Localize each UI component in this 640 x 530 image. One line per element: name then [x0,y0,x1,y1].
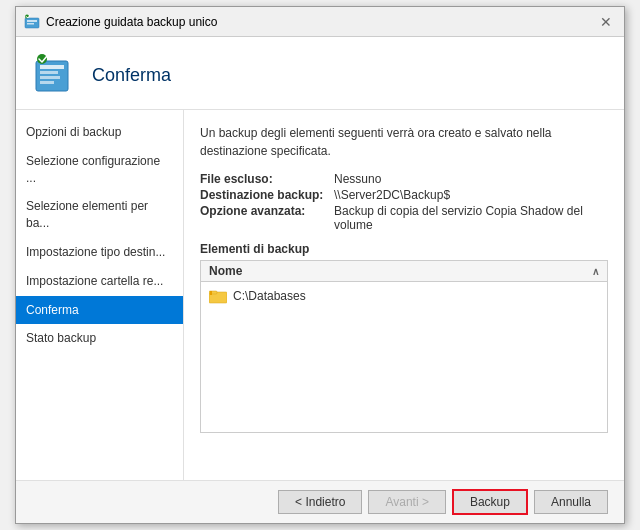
sidebar-item-selezione-elem[interactable]: Selezione elementi per ba... [16,192,183,238]
folder-icon [209,288,227,304]
main-content: Opzioni di backup Selezione configurazio… [16,110,624,480]
svg-rect-7 [40,76,60,79]
field-label-0: File escluso: [200,172,330,186]
field-value-1: \\Server2DC\Backup$ [334,188,608,202]
backup-table: Nome ∧ C:\Databases [200,260,608,433]
sidebar-item-stato[interactable]: Stato backup [16,324,183,353]
page-title: Conferma [92,65,171,86]
svg-rect-2 [27,23,34,25]
title-bar: Creazione guidata backup unico ✕ [16,7,624,37]
header-area: Conferma [16,37,624,110]
sidebar-item-cartella[interactable]: Impostazione cartella re... [16,267,183,296]
svg-rect-8 [40,81,54,84]
sidebar-item-opzioni[interactable]: Opzioni di backup [16,118,183,147]
svg-rect-12 [210,291,212,295]
field-label-1: Destinazione backup: [200,188,330,202]
back-button[interactable]: < Indietro [278,490,362,514]
wizard-icon [32,51,80,99]
svg-rect-6 [40,71,58,74]
backup-button[interactable]: Backup [452,489,528,515]
row-text-0: C:\Databases [233,289,306,303]
description-text: Un backup degli elementi seguenti verrà … [200,124,608,160]
field-value-2: Backup di copia del servizio Copia Shado… [334,204,608,232]
table-row: C:\Databases [209,286,599,306]
close-button[interactable]: ✕ [596,12,616,32]
field-label-2: Opzione avanzata: [200,204,330,232]
info-grid: File escluso: Nessuno Destinazione backu… [200,172,608,232]
sidebar: Opzioni di backup Selezione configurazio… [16,110,184,480]
window-title: Creazione guidata backup unico [46,15,217,29]
footer: < Indietro Avanti > Backup Annulla [16,480,624,523]
cancel-button[interactable]: Annulla [534,490,608,514]
sidebar-item-selezione-conf[interactable]: Selezione configurazione ... [16,147,183,193]
svg-rect-5 [40,65,64,69]
field-value-0: Nessuno [334,172,608,186]
window-icon [24,14,40,30]
title-bar-left: Creazione guidata backup unico [24,14,217,30]
table-header: Nome ∧ [201,261,607,282]
content-area: Un backup degli elementi seguenti verrà … [184,110,624,480]
sort-arrow-icon: ∧ [592,266,599,277]
sidebar-item-tipo-destin[interactable]: Impostazione tipo destin... [16,238,183,267]
section-title: Elementi di backup [200,242,608,256]
svg-rect-1 [27,20,37,22]
sidebar-item-conferma[interactable]: Conferma [16,296,183,325]
table-body: C:\Databases [201,282,607,432]
column-name: Nome [209,264,242,278]
next-button[interactable]: Avanti > [368,490,445,514]
main-window: Creazione guidata backup unico ✕ Conferm… [15,6,625,524]
